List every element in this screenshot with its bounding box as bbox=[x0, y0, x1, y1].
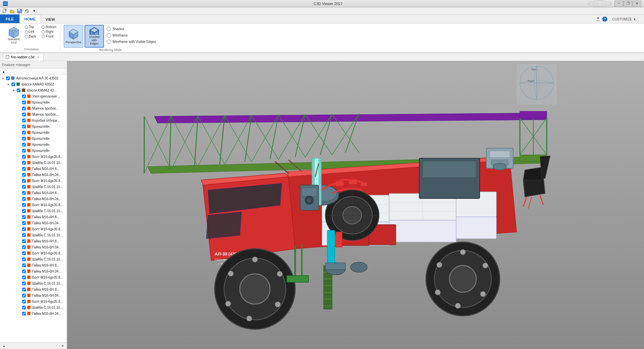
tree-checkbox[interactable] bbox=[22, 209, 26, 213]
tree-expander[interactable] bbox=[17, 215, 21, 219]
tree-expander[interactable] bbox=[17, 106, 21, 110]
right-view-radio[interactable] bbox=[42, 30, 45, 34]
feature-tree[interactable]: ▶Автолестница АЛ-30 43502▶Шасси КАМАЗ 43… bbox=[0, 75, 67, 342]
tree-checkbox[interactable] bbox=[22, 203, 26, 207]
tree-expander[interactable] bbox=[17, 185, 21, 189]
tree-expander[interactable] bbox=[17, 245, 21, 249]
tree-expander[interactable] bbox=[17, 251, 21, 255]
tree-item[interactable]: Кронштейн bbox=[0, 99, 67, 105]
document-tab-close[interactable]: × bbox=[36, 55, 41, 59]
tree-item[interactable]: Болт М16-6gx35.8... bbox=[0, 154, 67, 160]
tree-expander[interactable] bbox=[17, 239, 21, 243]
tree-item[interactable]: Шайба С.16.01.10... bbox=[0, 208, 67, 214]
tree-expander[interactable] bbox=[17, 281, 21, 285]
tree-item[interactable]: Коробка отбора ... bbox=[0, 117, 67, 123]
top-view-option[interactable]: Top bbox=[24, 25, 41, 29]
perspective-button[interactable]: Perspective bbox=[64, 25, 83, 48]
tree-item[interactable]: Маячок пробле... bbox=[0, 111, 67, 117]
tree-checkbox[interactable] bbox=[22, 167, 26, 171]
minimize-button[interactable]: ─ bbox=[614, 1, 623, 7]
tree-item[interactable]: Шайба С.16.01.10... bbox=[0, 232, 67, 238]
tree-item[interactable]: Болт М16-6gx35.8... bbox=[0, 274, 67, 280]
tree-item[interactable]: Узел крепления ... bbox=[0, 93, 67, 99]
shaded-option[interactable]: Shaded bbox=[105, 26, 157, 32]
shaded-with-edges-button[interactable]: Shaded withEdges bbox=[85, 25, 104, 48]
tree-checkbox[interactable] bbox=[22, 119, 26, 122]
tree-checkbox[interactable] bbox=[22, 191, 26, 195]
tree-expander[interactable] bbox=[17, 221, 21, 225]
tree-expander[interactable] bbox=[17, 161, 21, 165]
tree-expander[interactable] bbox=[17, 293, 21, 297]
tree-checkbox[interactable] bbox=[22, 113, 26, 116]
tree-item[interactable]: Гайка М16-6Н.8... bbox=[0, 238, 67, 244]
tree-checkbox[interactable] bbox=[22, 95, 26, 98]
front-view-radio[interactable] bbox=[42, 35, 45, 38]
tree-expander[interactable] bbox=[17, 100, 21, 104]
tree-checkbox[interactable] bbox=[22, 173, 26, 177]
tree-item[interactable]: Болт М16-6gx35.8... bbox=[0, 298, 67, 304]
tree-checkbox[interactable] bbox=[6, 76, 10, 80]
tree-expander[interactable] bbox=[17, 311, 21, 315]
tree-checkbox[interactable] bbox=[22, 282, 26, 285]
tree-checkbox[interactable] bbox=[22, 221, 26, 225]
help-icon[interactable]: ? bbox=[602, 16, 607, 22]
tree-item[interactable]: Кронштейн bbox=[0, 148, 67, 154]
restore-button[interactable]: ❐ bbox=[624, 1, 632, 7]
tree-expander[interactable] bbox=[17, 287, 21, 291]
tree-item[interactable]: ▶Шасси КАМАЗ 43... bbox=[0, 87, 67, 93]
tree-checkbox[interactable] bbox=[22, 197, 26, 201]
tree-checkbox[interactable] bbox=[22, 101, 26, 104]
isometric-view-button[interactable]: XYZ IsometricXYZ bbox=[5, 25, 22, 46]
undo-button[interactable] bbox=[23, 8, 30, 14]
tree-expander[interactable] bbox=[17, 269, 21, 273]
shaded-radio[interactable] bbox=[107, 27, 111, 31]
tree-item[interactable]: ▶Шасси КАМАЗ 43502 bbox=[0, 81, 67, 87]
tree-expander[interactable] bbox=[17, 179, 21, 183]
tree-expander[interactable] bbox=[17, 142, 21, 147]
tree-item[interactable]: Шайба С.16.01.10... bbox=[0, 304, 67, 310]
wireframe-option[interactable]: Wireframe bbox=[105, 33, 157, 38]
tree-checkbox[interactable] bbox=[22, 227, 26, 231]
tree-checkbox[interactable] bbox=[22, 245, 26, 249]
save-button[interactable] bbox=[16, 8, 23, 14]
tree-checkbox[interactable] bbox=[22, 288, 26, 291]
tab-home[interactable]: HOME bbox=[19, 15, 41, 23]
tree-expander[interactable] bbox=[17, 257, 21, 261]
tree-expander[interactable] bbox=[17, 130, 21, 134]
viewport[interactable]: АЛ-30 (43502) ООО Пожарные Системы г. Тв… bbox=[67, 61, 644, 349]
tree-expander[interactable]: ▶ bbox=[1, 76, 5, 80]
tree-item[interactable]: Кронштейн bbox=[0, 123, 67, 129]
tree-checkbox[interactable] bbox=[22, 107, 26, 110]
tree-checkbox[interactable] bbox=[22, 294, 26, 297]
tree-item[interactable]: Гайка М16-6Н.8... bbox=[0, 262, 67, 268]
scroll-up-button[interactable]: ▲ bbox=[1, 343, 7, 349]
right-view-option[interactable]: Right bbox=[41, 30, 57, 34]
tree-checkbox[interactable] bbox=[22, 137, 26, 140]
open-button[interactable] bbox=[9, 8, 15, 14]
tree-item[interactable]: Болт М16-6gx35.8... bbox=[0, 250, 67, 256]
tree-item[interactable]: Кронштейн bbox=[0, 135, 67, 141]
back-view-radio[interactable] bbox=[25, 35, 28, 38]
tree-checkbox[interactable] bbox=[22, 312, 26, 315]
wireframe-visible-radio[interactable] bbox=[107, 40, 111, 44]
tree-expander[interactable] bbox=[17, 233, 21, 237]
tree-checkbox[interactable] bbox=[22, 276, 26, 279]
collapse-all-button[interactable]: ▲ bbox=[1, 69, 6, 74]
tree-checkbox[interactable] bbox=[22, 131, 26, 134]
tree-item[interactable]: Болт М16-6gx35.8... bbox=[0, 226, 67, 232]
tree-item[interactable]: Гайка М16-6Н.8... bbox=[0, 166, 67, 172]
tree-item[interactable]: Гайка М16-6Н.04... bbox=[0, 244, 67, 250]
tree-item[interactable]: Кронштейн bbox=[0, 141, 67, 148]
tree-item[interactable]: Гайка М16-6Н.04... bbox=[0, 172, 67, 178]
close-button[interactable]: ✕ bbox=[633, 1, 641, 7]
tree-checkbox[interactable] bbox=[22, 149, 26, 153]
tree-item[interactable]: Гайка М16-6Н.04... bbox=[0, 292, 67, 298]
tree-expander[interactable] bbox=[17, 305, 21, 309]
tree-checkbox[interactable] bbox=[17, 89, 20, 92]
tree-item[interactable]: ▶Автолестница АЛ-30 43502 bbox=[0, 75, 67, 81]
tree-expander[interactable] bbox=[17, 197, 21, 201]
tree-item[interactable]: Гайка М16-6Н.8... bbox=[0, 214, 67, 220]
tree-checkbox[interactable] bbox=[22, 251, 26, 255]
tree-checkbox[interactable] bbox=[22, 257, 26, 261]
tree-checkbox[interactable] bbox=[22, 215, 26, 219]
